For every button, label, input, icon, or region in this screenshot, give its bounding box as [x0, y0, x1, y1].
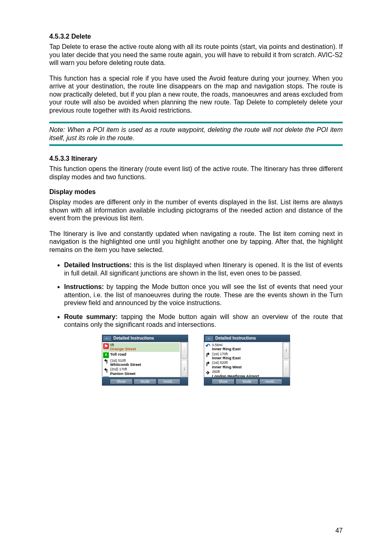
bullet-label: Route summary: [64, 313, 118, 320]
back-button[interactable]: ← [103, 335, 112, 341]
item-name: Westminster [110, 377, 134, 377]
turn-left-icon: ↰ [103, 359, 109, 365]
toll-icon: $ [103, 352, 109, 358]
airport-icon: ✈ [205, 370, 211, 376]
turn-left-icon: ↰ [103, 368, 109, 373]
screenshot-right: ← Detailed Instructions ↶ 0.56mi Inner R… [204, 335, 290, 386]
show-button[interactable]: Show [110, 379, 133, 384]
item-name: Orange Street [110, 347, 136, 351]
heading-itinerary: 4.5.3.3 Itinerary [49, 155, 343, 162]
scroll-down-button[interactable]: ↓ [181, 360, 187, 377]
uturn-icon: ↶ [205, 343, 211, 349]
turn-right-icon: ↱ [205, 352, 211, 358]
note-block: Note: When a POI item is used as a route… [49, 122, 343, 146]
item-name: Panton Street [110, 372, 136, 376]
start-icon: ⚑ [103, 343, 109, 349]
bullet-label: Detailed Instructions: [64, 261, 131, 268]
back-button[interactable]: ← [205, 335, 214, 341]
screenshot-title: Detailed Instructions [113, 336, 154, 340]
avoid-button[interactable]: Avoid... [259, 379, 282, 384]
turn-right-icon: ↱ [205, 361, 211, 367]
screenshot-title: Detailed Instructions [215, 336, 256, 340]
heading-display-modes: Display modes [49, 188, 343, 196]
scroll-up-button[interactable]: ↑ [181, 342, 187, 359]
list-item: Instructions: by tapping the Mode button… [64, 283, 343, 307]
item-name: Inner Ring East [212, 356, 241, 360]
mode-button[interactable]: Mode [235, 379, 258, 384]
info-icon: i [103, 377, 109, 377]
item-name: London Heathrow Airport [212, 374, 259, 377]
page-number: 47 [335, 527, 343, 534]
scroll-down-button[interactable]: ↓ [283, 360, 289, 377]
list-item: Route summary: tapping the Mode button a… [64, 313, 343, 329]
mode-button[interactable]: Mode [134, 379, 157, 384]
paragraph: Display modes are different only in the … [49, 198, 343, 222]
item-name: Inner Ring East [212, 347, 241, 351]
item-name: Inner Ring West [212, 365, 242, 369]
screenshot-titlebar: ← Detailed Instructions [204, 335, 290, 342]
bullet-list: Detailed Instructions: this is the list … [49, 261, 343, 329]
item-name: Toll road [110, 352, 126, 356]
list-item: Detailed Instructions: this is the list … [64, 261, 343, 277]
show-button[interactable]: Show [212, 379, 235, 384]
paragraph: The Itinerary is live and constantly upd… [49, 230, 343, 254]
scroll-up-button[interactable]: ↑ [283, 342, 289, 359]
screenshot-left: ← Detailed Instructions ⚑ 0ft Orange Str… [102, 335, 188, 386]
paragraph: This function has a special role if you … [49, 74, 343, 115]
avoid-button[interactable]: Avoid... [157, 379, 180, 384]
bullet-text: by tapping the Mode button once you will… [64, 283, 343, 306]
bullet-label: Instructions: [64, 283, 104, 290]
paragraph: Tap Delete to erase the active route alo… [49, 43, 343, 67]
note-text: Note: When a POI item is used as a route… [49, 126, 343, 142]
item-name: Whitcomb Street [110, 363, 141, 367]
screenshot-titlebar: ← Detailed Instructions [102, 335, 188, 342]
heading-delete: 4.5.3.2 Delete [49, 33, 343, 40]
paragraph: This function opens the itinerary (route… [49, 165, 343, 181]
